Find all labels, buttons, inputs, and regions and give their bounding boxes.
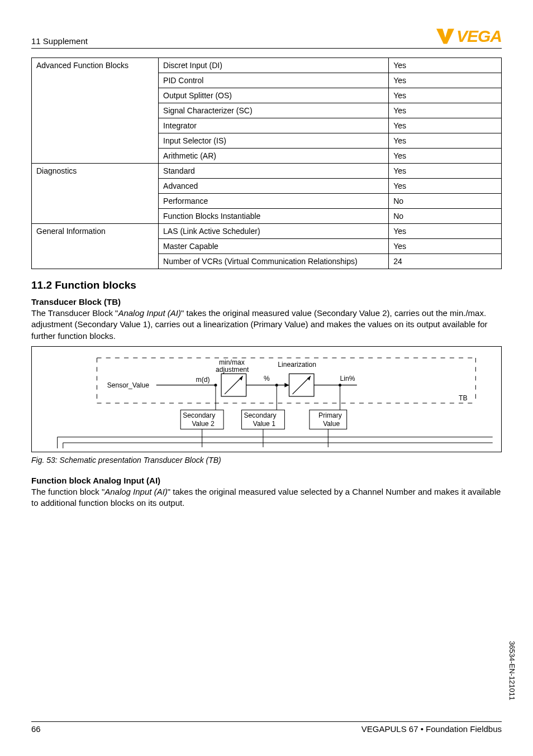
logo-icon	[436, 28, 454, 44]
table-cell-value: Yes	[389, 88, 502, 103]
label-linearization: Linearization	[278, 361, 316, 369]
table-cell-value: Yes	[389, 103, 502, 118]
table-cell-value: Yes	[389, 58, 502, 73]
tb-diagram-svg: Sensor_Value m(d) min/max adjustment % L…	[37, 352, 496, 448]
table-cell-item: PID Control	[159, 73, 389, 88]
ai-text-em: Analog Input (AI)	[104, 487, 168, 496]
table-row: DiagnosticsStandardYes	[32, 164, 502, 179]
table-cell-item: Standard	[159, 164, 389, 179]
table-cell-item: Performance	[159, 194, 389, 209]
table-cell-category: Advanced Function Blocks	[32, 58, 159, 164]
label-tb: TB	[459, 394, 468, 402]
table-cell-value: Yes	[389, 164, 502, 179]
label-secondary2b: Value 2	[192, 419, 214, 427]
section-heading: 11.2 Function blocks	[31, 279, 502, 291]
table-cell-item: Master Capable	[159, 239, 389, 254]
table-cell-value: Yes	[389, 73, 502, 88]
label-minmax: min/max	[219, 358, 245, 366]
table-cell-item: Function Blocks Instantiable	[159, 209, 389, 224]
header: 11 Supplement VEGA	[31, 27, 502, 49]
svg-marker-11	[284, 382, 289, 387]
label-percent: %	[264, 374, 270, 382]
section-title: 11 Supplement	[31, 36, 88, 46]
label-md: m(d)	[196, 375, 210, 383]
vega-logo: VEGA	[436, 27, 502, 46]
label-secondary1b: Value 1	[253, 419, 275, 427]
table-cell-item: Input Selector (IS)	[159, 133, 389, 149]
tb-text-pre: The Transducer Block "	[31, 308, 118, 318]
label-adjustment: adjustment	[216, 366, 249, 374]
table-cell-item: Signal Characterizer (SC)	[159, 103, 389, 118]
ai-description: The function block "Analog Input (AI)" t…	[31, 486, 502, 509]
table-cell-value: 24	[389, 254, 502, 269]
tb-description: The Transducer Block "Analog Input (AI)"…	[31, 308, 502, 342]
ai-text-pre: The function block "	[31, 487, 104, 496]
table-cell-item: Number of VCRs (Virtual Communication Re…	[159, 254, 389, 269]
table-cell-value: No	[389, 209, 502, 224]
table-cell-category: Diagnostics	[32, 164, 159, 224]
tb-heading: Transducer Block (TB)	[31, 297, 502, 307]
label-secondary1a: Secondary	[244, 412, 277, 419]
label-secondary2a: Secondary	[183, 412, 216, 419]
table-cell-value: Yes	[389, 133, 502, 149]
label-primary-b: Value	[323, 419, 340, 427]
table-cell-item: Arithmetic (AR)	[159, 149, 389, 164]
table-cell-value: Yes	[389, 179, 502, 194]
label-lin-pct: Lin%	[340, 374, 355, 382]
page-number: 66	[31, 724, 41, 734]
label-primary-a: Primary	[318, 412, 342, 419]
table-cell-value: No	[389, 194, 502, 209]
footer: 66 VEGAPULS 67 • Foundation Fieldbus	[31, 721, 502, 734]
document-code: 36534-EN-121011	[508, 641, 516, 700]
table-cell-item: Integrator	[159, 118, 389, 133]
table-row: Advanced Function BlocksDiscret Input (D…	[32, 58, 502, 73]
product-name: VEGAPULS 67 • Foundation Fieldbus	[361, 724, 502, 734]
table-row: General InformationLAS (Link Active Sche…	[32, 224, 502, 239]
svg-marker-9	[239, 376, 242, 380]
logo-text: VEGA	[456, 27, 502, 46]
table-cell-value: Yes	[389, 239, 502, 254]
diagram-caption: Fig. 53: Schematic presentation Transduc…	[31, 456, 502, 465]
ai-heading: Function block Analog Input (AI)	[31, 476, 502, 485]
function-blocks-table: Advanced Function BlocksDiscret Input (D…	[31, 58, 502, 269]
tb-text-em: Analog Input (AI)	[118, 308, 181, 318]
tb-diagram: Sensor_Value m(d) min/max adjustment % L…	[31, 346, 502, 452]
table-cell-item: Discret Input (DI)	[159, 58, 389, 73]
label-sensor-value: Sensor_Value	[107, 381, 150, 389]
svg-marker-15	[307, 376, 311, 380]
table-cell-value: Yes	[389, 118, 502, 133]
table-cell-item: LAS (Link Active Scheduler)	[159, 224, 389, 239]
table-cell-value: Yes	[389, 149, 502, 164]
svg-marker-0	[436, 28, 454, 44]
table-cell-value: Yes	[389, 224, 502, 239]
table-cell-item: Output Splitter (OS)	[159, 88, 389, 103]
table-cell-item: Advanced	[159, 179, 389, 194]
table-cell-category: General Information	[32, 224, 159, 269]
